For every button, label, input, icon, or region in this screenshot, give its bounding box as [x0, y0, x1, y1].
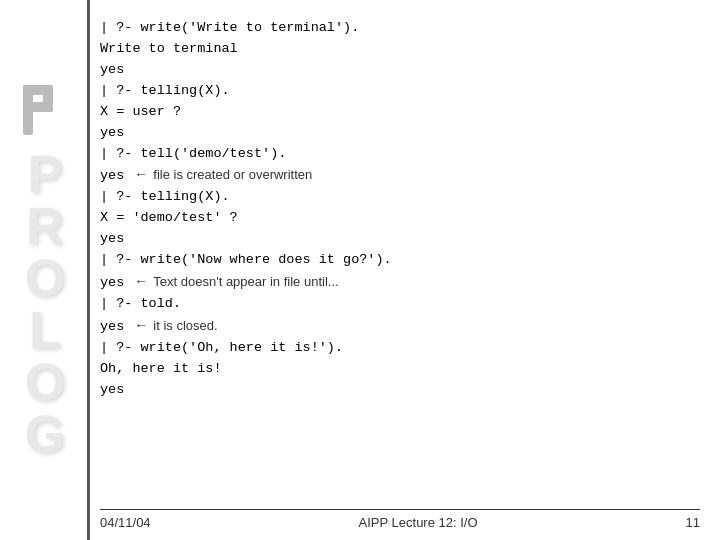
footer-title: AIPP Lecture 12: I/O	[359, 515, 478, 530]
code-text: yes	[100, 60, 124, 81]
letter-o1: O	[25, 252, 65, 304]
code-text: yes	[100, 123, 124, 144]
code-text: yes	[100, 229, 124, 250]
code-line: yes	[100, 380, 700, 401]
code-text: yes	[100, 273, 124, 294]
code-text: | ?- write('Oh, here it is!').	[100, 338, 343, 359]
code-text: yes	[100, 380, 124, 401]
annotation-arrow: ←	[134, 271, 148, 293]
sidebar: P R O L O G	[0, 0, 90, 540]
code-text: | ?- tell('demo/test').	[100, 144, 286, 165]
code-text: X = 'demo/test' ?	[100, 208, 238, 229]
annotation-arrow: ←	[134, 164, 148, 186]
code-area: | ?- write('Write to terminal').Write to…	[100, 18, 700, 503]
code-line: yes← Text doesn't appear in file until..…	[100, 271, 700, 294]
code-text: | ?- telling(X).	[100, 81, 230, 102]
annotation: ← it is closed.	[134, 315, 217, 337]
code-line: yes	[100, 229, 700, 250]
code-line: | ?- write('Write to terminal').	[100, 18, 700, 39]
footer-date: 04/11/04	[100, 515, 151, 530]
code-line: | ?- telling(X).	[100, 81, 700, 102]
footer-page: 11	[686, 515, 700, 530]
code-text: | ?- telling(X).	[100, 187, 230, 208]
code-text: Write to terminal	[100, 39, 238, 60]
code-line: Write to terminal	[100, 39, 700, 60]
code-text: yes	[100, 166, 124, 187]
code-line: Oh, here it is!	[100, 359, 700, 380]
code-line: | ?- write('Now where does it go?').	[100, 250, 700, 271]
annotation-text: Text doesn't appear in file until...	[153, 272, 338, 292]
code-line: | ?- tell('demo/test').	[100, 144, 700, 165]
annotation-text: file is created or overwritten	[153, 165, 312, 185]
code-line: X = user ?	[100, 102, 700, 123]
prolog-logo: P R O L O G	[15, 80, 75, 460]
code-line: X = 'demo/test' ?	[100, 208, 700, 229]
code-line: | ?- telling(X).	[100, 187, 700, 208]
code-line: yes← it is closed.	[100, 315, 700, 338]
letter-l: L	[29, 304, 61, 356]
main-content: | ?- write('Write to terminal').Write to…	[90, 0, 720, 540]
code-text: Oh, here it is!	[100, 359, 222, 380]
code-line: | ?- told.	[100, 294, 700, 315]
annotation-text: it is closed.	[153, 316, 217, 336]
sidebar-border	[87, 0, 90, 540]
code-text: yes	[100, 317, 124, 338]
code-line: | ?- write('Oh, here it is!').	[100, 338, 700, 359]
svg-rect-3	[43, 85, 53, 112]
annotation-arrow: ←	[134, 315, 148, 337]
code-line: yes	[100, 60, 700, 81]
letter-g: G	[25, 408, 65, 460]
prolog-icon	[15, 80, 75, 140]
footer: 04/11/04 AIPP Lecture 12: I/O 11	[100, 509, 700, 530]
code-text: | ?- told.	[100, 294, 181, 315]
annotation: ← file is created or overwritten	[134, 164, 312, 186]
code-text: X = user ?	[100, 102, 181, 123]
code-line: yes	[100, 123, 700, 144]
letter-o2: O	[25, 356, 65, 408]
letter-r: R	[26, 200, 64, 252]
annotation: ← Text doesn't appear in file until...	[134, 271, 338, 293]
code-text: | ?- write('Write to terminal').	[100, 18, 359, 39]
letter-p: P	[28, 148, 63, 200]
code-text: | ?- write('Now where does it go?').	[100, 250, 392, 271]
code-line: yes← file is created or overwritten	[100, 164, 700, 187]
